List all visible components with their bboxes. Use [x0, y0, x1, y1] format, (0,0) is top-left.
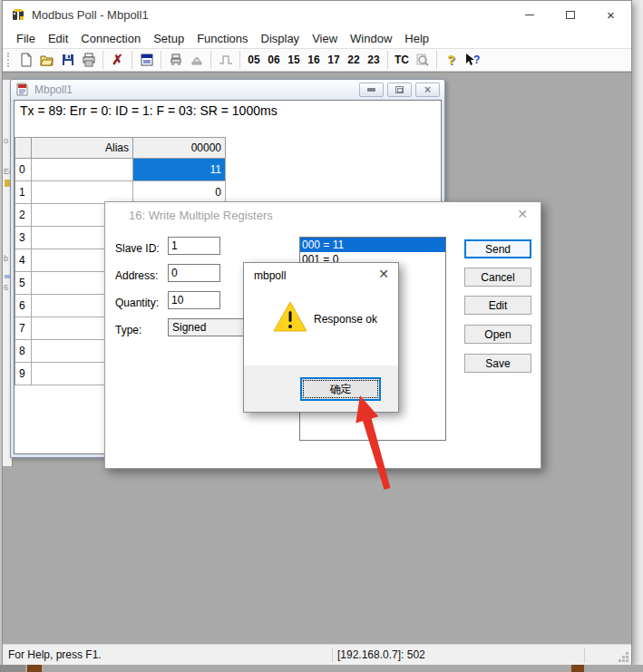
menu-help[interactable]: Help: [398, 30, 435, 47]
list-item-selected[interactable]: 000 = 11: [300, 238, 445, 252]
open-button[interactable]: Open: [464, 325, 531, 344]
open-folder-icon: [40, 53, 54, 67]
poll-button[interactable]: [186, 50, 207, 70]
grid-alias-header: Alias: [32, 138, 133, 159]
scan-button[interactable]: [412, 50, 433, 70]
read-write-definition-button[interactable]: [136, 50, 157, 70]
pulse-icon: [219, 53, 233, 67]
msgbox-title: mbpoll: [254, 269, 286, 282]
window-title: Modbus Poll - Mbpoll1: [32, 8, 149, 22]
edge-fragment: 6: [4, 283, 8, 292]
test-center-button[interactable]: TC: [392, 50, 412, 70]
print-button[interactable]: [78, 50, 99, 70]
desktop-fragment: [571, 665, 584, 672]
slave-id-input[interactable]: [168, 237, 220, 255]
menu-functions[interactable]: Functions: [190, 30, 254, 47]
dialog-title: 16: Write Multiple Registers: [129, 209, 273, 222]
edge-fragment: b: [4, 254, 8, 263]
function-23-button[interactable]: 23: [364, 50, 384, 70]
function-16-button[interactable]: 16: [304, 50, 324, 70]
warning-icon: [273, 301, 307, 333]
menu-view[interactable]: View: [306, 30, 344, 47]
function-06-button[interactable]: 06: [264, 50, 284, 70]
magnifier-icon: [415, 53, 430, 67]
new-document-icon: [19, 53, 34, 67]
save-file-button[interactable]: [57, 50, 78, 70]
context-help-button[interactable]: ?: [462, 50, 482, 70]
toolbar-separator: [210, 51, 211, 69]
communication-traffic-button[interactable]: [165, 50, 186, 70]
menu-window[interactable]: Window: [344, 30, 398, 47]
mdi-area: o Ec b 6 Mbpoll1: [3, 72, 631, 644]
about-button[interactable]: ?: [441, 50, 462, 70]
statusbar-connection-text: [192.168.0.7]: 502: [337, 648, 425, 661]
menu-edit[interactable]: Edit: [42, 30, 74, 47]
row-number: 7: [15, 317, 32, 340]
maximize-icon: [566, 11, 575, 19]
toolbar: ✗ 05 06 15 16 17 22 23 TC: [3, 48, 631, 72]
close-icon: ×: [424, 84, 431, 95]
mbpoll1-restore-button[interactable]: [387, 83, 412, 97]
single-poll-button[interactable]: [215, 50, 236, 70]
minimize-button[interactable]: [509, 1, 550, 28]
msgbox-close-button[interactable]: ✕: [378, 267, 389, 281]
restore-icon: [395, 86, 404, 93]
grid-value-header: 00000: [133, 138, 226, 159]
menu-file[interactable]: File: [10, 30, 42, 47]
alias-cell[interactable]: [32, 159, 133, 181]
communication-icon: [169, 53, 183, 67]
row-number: 2: [15, 204, 32, 227]
mbpoll1-titlebar: Mbpoll1 ×: [11, 80, 444, 99]
cancel-button[interactable]: Cancel: [464, 268, 531, 287]
type-label: Type:: [115, 324, 141, 336]
document-icon: [15, 83, 29, 96]
edit-button[interactable]: Edit: [464, 296, 531, 315]
poll-status-line: Tx = 89: Err = 0: ID = 1: F = 03: SR = 1…: [15, 101, 441, 121]
mbpoll1-close-button[interactable]: ×: [415, 83, 440, 97]
menubar: File Edit Connection Setup Functions Dis…: [3, 28, 631, 48]
value-cell-selected[interactable]: 11: [133, 159, 226, 181]
maximize-button[interactable]: [550, 1, 590, 28]
toolbar-separator: [239, 51, 240, 69]
toolbar-separator: [387, 51, 388, 69]
statusbar-help-text: For Help, press F1.: [8, 648, 102, 661]
desktop-fragment: [0, 665, 25, 672]
send-button[interactable]: Send: [464, 239, 531, 258]
toolbar-separator: [161, 51, 161, 69]
minimize-icon: [525, 15, 534, 15]
row-number: 8: [15, 340, 32, 363]
mbpoll1-minimize-button[interactable]: [359, 83, 384, 97]
grid-corner-cell: [15, 138, 32, 159]
dialog-close-button[interactable]: ✕: [517, 207, 528, 221]
function-22-button[interactable]: 22: [344, 50, 364, 70]
quantity-label: Quantity:: [115, 297, 159, 309]
new-file-button[interactable]: [15, 50, 36, 70]
slave-id-label: Slave ID:: [115, 242, 160, 255]
function-05-button[interactable]: 05: [244, 50, 264, 70]
save-button[interactable]: Save: [464, 354, 531, 373]
resize-grip[interactable]: [618, 651, 629, 663]
cancel-poll-button[interactable]: ✗: [107, 50, 128, 70]
row-number: 3: [15, 227, 32, 249]
close-icon: ✕: [517, 207, 528, 221]
close-icon: ✕: [378, 267, 389, 281]
address-label: Address:: [115, 269, 158, 282]
desktop-fragment: [27, 665, 42, 672]
address-input[interactable]: [168, 264, 220, 282]
menu-display[interactable]: Display: [255, 30, 307, 47]
quantity-input[interactable]: [168, 291, 220, 309]
grid-header-row: Alias 00000: [15, 138, 226, 159]
menu-connection[interactable]: Connection: [74, 30, 147, 47]
function-15-button[interactable]: 15: [284, 50, 304, 70]
open-file-button[interactable]: [36, 50, 57, 70]
close-button[interactable]: ×: [590, 1, 631, 28]
msgbox-message: Response ok: [314, 313, 377, 326]
toolbar-drag-handle[interactable]: [7, 53, 12, 67]
titlebar: Modbus Poll - Mbpoll1 ×: [3, 1, 631, 28]
save-icon: [61, 53, 75, 67]
menu-setup[interactable]: Setup: [147, 30, 190, 47]
function-17-button[interactable]: 17: [324, 50, 344, 70]
desktop-strip: [0, 665, 643, 672]
edge-fragment: o: [4, 136, 8, 145]
bell-icon: [190, 53, 204, 67]
